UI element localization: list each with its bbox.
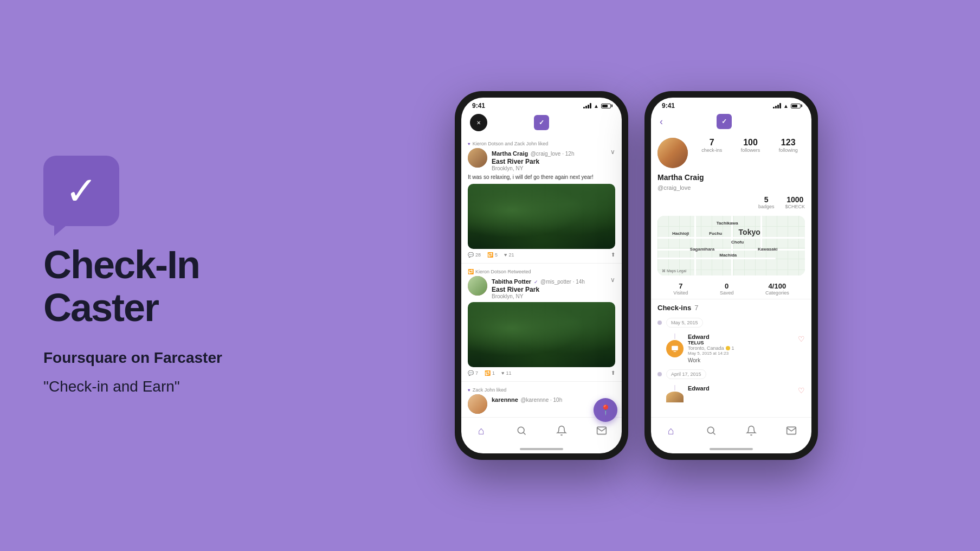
app-title: Check-In Caster xyxy=(43,244,271,329)
nav-bell-1[interactable] xyxy=(553,422,570,439)
stat-checkins: 7 check-ins xyxy=(701,138,722,153)
feed-image-2 xyxy=(468,302,615,367)
bottom-nav-2: ⌂ xyxy=(651,417,811,448)
phone-profile: 9:41 ▲ ‹ ✓ xyxy=(644,91,818,460)
profile-header-row: 7 check-ins 100 followers 123 following xyxy=(651,138,811,168)
feed-image-1 xyxy=(468,184,615,249)
logo-tail xyxy=(54,223,69,236)
nav-home-2[interactable]: ⌂ xyxy=(662,422,680,439)
feed-item-1: ♥ Kieron Dotson and Zack John liked Mart… xyxy=(461,136,622,264)
like-action-2[interactable]: ♥ 11 xyxy=(501,370,511,376)
nav-mail-2[interactable] xyxy=(783,422,800,439)
avatar-martha xyxy=(468,148,487,168)
nav-bell-2[interactable] xyxy=(743,422,760,439)
like-icon-2: ♥ xyxy=(501,370,504,376)
comment-action-2[interactable]: 💬 7 xyxy=(468,370,478,376)
profile-name-row: Martha Craig @craig_love xyxy=(651,172,811,192)
profile-avatar-large xyxy=(657,138,688,168)
favorite-icon-2[interactable]: ♡ xyxy=(798,386,805,395)
status-time-2: 9:41 xyxy=(662,102,675,110)
comment-icon: 💬 xyxy=(468,252,474,258)
signal-icon-2 xyxy=(773,103,781,108)
retweet-action-2[interactable]: 🔁 1 xyxy=(485,370,495,376)
profile-content: 7 check-ins 100 followers 123 following xyxy=(651,133,811,417)
heart-meta-icon: ♥ xyxy=(468,142,470,146)
retweet-meta-2: 🔁 Kieron Dotson Retweeted xyxy=(468,269,615,274)
map-label-hachioji: Hachioji xyxy=(672,231,689,236)
map-label-chofu: Chofu xyxy=(731,240,744,245)
feed-item-header-2: Tabitha Potter ✓ @mis_potter · 14h East … xyxy=(468,276,615,299)
stat-following: 123 following xyxy=(779,138,798,153)
comment-action[interactable]: 💬 28 xyxy=(468,252,481,258)
back-button[interactable]: ‹ xyxy=(660,116,663,127)
favorite-icon-1[interactable]: ♡ xyxy=(798,335,805,343)
status-icons-1: ▲ xyxy=(583,103,611,109)
user-info-2: Tabitha Potter ✓ @mis_potter · 14h East … xyxy=(492,276,606,299)
like-action[interactable]: ♥ 21 xyxy=(504,252,514,258)
map-background: Tachikawa Hachioji Fuchu Tokyo Chofu Sag… xyxy=(657,216,805,276)
share-icon-2[interactable]: ⬆ xyxy=(611,370,615,376)
map-stat-visited: 7 Visited xyxy=(673,282,688,296)
app-logo: ✓ xyxy=(43,156,119,226)
checkin-fab-button[interactable]: 📍 xyxy=(594,398,617,422)
battery-icon xyxy=(601,104,611,108)
svg-point-4 xyxy=(707,427,714,433)
map-label-tachikawa: Tachikawa xyxy=(717,221,738,226)
status-time-1: 9:41 xyxy=(472,102,485,110)
stat-scheck: 1000 $CHECK xyxy=(785,195,805,209)
profile-avatar-small[interactable]: ✕ xyxy=(470,114,487,131)
app-subtitle: Foursquare on Farcaster "Check-in and Ea… xyxy=(43,347,271,395)
phone-profile-screen: 9:41 ▲ ‹ ✓ xyxy=(651,98,811,453)
app-logo-header-2: ✓ xyxy=(717,114,732,129)
location-pin-icon: 📍 xyxy=(599,404,611,416)
checkin-item-2: Edward ♡ xyxy=(657,383,805,405)
retweet-action[interactable]: 🔁 5 xyxy=(487,252,498,258)
left-section: ✓ Check-In Caster Foursquare on Farcaste… xyxy=(0,123,304,428)
wifi-icon: ▲ xyxy=(594,103,599,109)
feed-actions-1: 💬 28 🔁 5 ♥ 21 ⬆ xyxy=(468,252,615,258)
home-indicator-1 xyxy=(461,448,622,453)
feed-content: ♥ Kieron Dotson and Zack John liked Mart… xyxy=(461,136,622,417)
timeline-date-row-1: May 5, 2015 xyxy=(657,316,805,329)
stat-followers: 100 followers xyxy=(741,138,760,153)
checkin-location-1: Toronto, Canada 1 xyxy=(688,345,794,351)
wifi-icon-2: ▲ xyxy=(783,103,789,109)
map-container: Tachikawa Hachioji Fuchu Tokyo Chofu Sag… xyxy=(657,216,805,276)
heart-meta-icon-3: ♥ xyxy=(468,388,470,393)
map-label-fuchu: Fuchu xyxy=(709,231,722,236)
retweet-meta-icon: 🔁 xyxy=(468,269,474,274)
home-indicator-2 xyxy=(651,448,811,453)
nav-mail-1[interactable] xyxy=(593,422,610,439)
share-icon[interactable]: ⬆ xyxy=(611,252,615,258)
points-dot xyxy=(726,346,730,350)
status-bar-1: 9:41 ▲ xyxy=(461,98,622,112)
chevron-icon-1: ∨ xyxy=(610,148,615,156)
feed-item-2: 🔁 Kieron Dotson Retweeted Tabitha Potter… xyxy=(461,264,622,382)
map-label-machida: Machida xyxy=(719,253,737,258)
timeline: May 5, 2015 Edw xyxy=(651,314,811,407)
checkins-header: Check-ins 7 xyxy=(651,299,811,314)
nav-home-1[interactable]: ⌂ xyxy=(473,422,490,439)
comment-icon-2: 💬 xyxy=(468,370,474,376)
nav-search-1[interactable] xyxy=(513,422,530,439)
map-stat-saved: 0 Saved xyxy=(720,282,734,296)
app-header-1: ✕ ✓ xyxy=(461,112,622,136)
phone-feed-screen: 9:41 ▲ ✕ xyxy=(461,98,622,453)
svg-line-1 xyxy=(524,433,526,435)
map-label-tokyo: Tokyo xyxy=(739,228,760,236)
user-info-1: Martha Craig @craig_love · 12h East Rive… xyxy=(492,148,606,171)
retweet-icon-2: 🔁 xyxy=(485,370,491,376)
retweet-icon: 🔁 xyxy=(487,252,493,258)
battery-icon-2 xyxy=(791,104,801,108)
phones-section: 9:41 ▲ ✕ xyxy=(304,69,980,482)
status-bar-2: 9:41 ▲ xyxy=(651,98,811,112)
avatar-karen xyxy=(468,394,487,414)
nav-search-2[interactable] xyxy=(702,422,720,439)
svg-point-0 xyxy=(518,427,524,433)
feed-meta-3: ♥ Zack John liked xyxy=(468,387,615,393)
checkmark-icon: ✓ xyxy=(65,171,98,210)
checkin-item-1: Edward TELUS Toronto, Canada 1 May 5, 20… xyxy=(657,331,805,366)
map-stat-categories: 4/100 Categories xyxy=(765,282,789,296)
checkin-info-1: Edward TELUS Toronto, Canada 1 May 5, 20… xyxy=(688,334,794,363)
profile-stats: 7 check-ins 100 followers 123 following xyxy=(694,138,805,153)
